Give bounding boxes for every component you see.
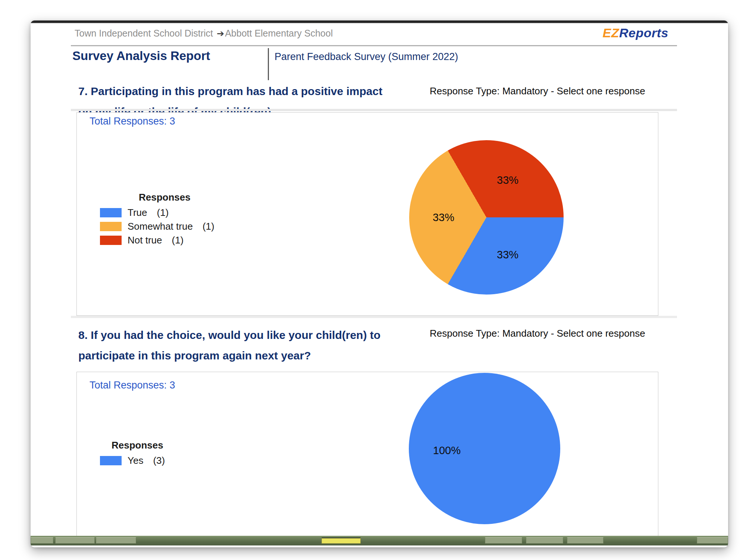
- pie-chart-q7: 33% 33% 33%: [409, 140, 564, 295]
- taskbar-button[interactable]: [55, 537, 95, 544]
- question-8-heading: 8. If you had the choice, would you like…: [78, 325, 433, 366]
- legend-item-somewhat-true: Somewhat true (1): [100, 221, 214, 232]
- total-responses-q7: Total Responses: 3: [90, 116, 175, 127]
- window-top-edge: [31, 21, 728, 23]
- question-8-chart-panel: Total Responses: 3 Responses Yes (3) 100…: [76, 372, 658, 536]
- section-divider: [71, 109, 677, 111]
- ezreports-logo: EZReports: [603, 26, 668, 40]
- legend-title-q7: Responses: [139, 192, 191, 203]
- pie-slice-label-yes: 100%: [433, 444, 461, 456]
- legend-swatch-yes: [100, 456, 122, 465]
- breadcrumb: Town Independent School District➔Abbott …: [75, 28, 333, 39]
- screenshot-canvas: Town Independent School District➔Abbott …: [0, 0, 746, 560]
- question-7-response-type: Response Type: Mandatory - Select one re…: [430, 85, 645, 97]
- legend-item-true: True (1): [100, 207, 169, 218]
- question-8-line-1: 8. If you had the choice, would you like…: [78, 325, 433, 345]
- logo-reports-text: Reports: [619, 26, 668, 40]
- question-7-chart-panel: Total Responses: 3 Responses True (1) So…: [76, 112, 658, 316]
- breadcrumb-school[interactable]: Abbott Elementary School: [225, 28, 333, 38]
- legend-label: Not true: [128, 235, 162, 246]
- taskbar-button[interactable]: [31, 537, 53, 544]
- header-divider: [71, 45, 677, 46]
- breadcrumb-district[interactable]: Town Independent School District: [75, 28, 213, 38]
- legend-count: (3): [153, 455, 165, 466]
- legend-swatch-not-true: [100, 236, 122, 245]
- total-responses-q8: Total Responses: 3: [90, 380, 175, 391]
- pie-chart-q8: 100%: [409, 373, 560, 524]
- question-8-line-2: participate in this program again next y…: [78, 345, 433, 366]
- taskbar-button[interactable]: [526, 537, 563, 544]
- taskbar-strip: [31, 536, 728, 545]
- legend-label: Yes: [128, 455, 143, 466]
- legend-item-yes: Yes (3): [100, 455, 165, 466]
- question-8-response-type: Response Type: Mandatory - Select one re…: [430, 328, 645, 339]
- section-divider: [71, 316, 677, 318]
- page-title: Survey Analysis Report: [72, 49, 210, 63]
- legend-label: True: [128, 207, 147, 218]
- taskbar-button[interactable]: [96, 537, 136, 544]
- pie-slice-label-somewhat-true: 33%: [433, 211, 454, 224]
- question-7-line-1: 7. Participating in this program has had…: [78, 81, 433, 101]
- report-window: Town Independent School District➔Abbott …: [31, 21, 728, 547]
- title-vertical-divider: [268, 48, 269, 80]
- legend-label: Somewhat true: [128, 221, 193, 232]
- logo-ez-text: EZ: [603, 26, 619, 40]
- breadcrumb-arrow-icon: ➔: [217, 28, 224, 38]
- legend-item-not-true: Not true (1): [100, 235, 184, 246]
- taskbar-button[interactable]: [567, 537, 604, 544]
- pie-slice-label-true: 33%: [497, 249, 518, 261]
- taskbar-button[interactable]: [697, 537, 728, 544]
- pie-slice-label-not-true: 33%: [497, 174, 518, 186]
- legend-title-q8: Responses: [112, 440, 163, 451]
- taskbar-button[interactable]: [485, 537, 522, 544]
- legend-count: (1): [203, 221, 214, 232]
- taskbar-active-button[interactable]: [322, 537, 361, 544]
- legend-swatch-somewhat-true: [100, 222, 122, 231]
- legend-count: (1): [172, 235, 184, 246]
- legend-swatch-true: [100, 208, 122, 217]
- legend-count: (1): [157, 207, 169, 218]
- survey-name: Parent Feedback Survey (Summer 2022): [275, 51, 458, 63]
